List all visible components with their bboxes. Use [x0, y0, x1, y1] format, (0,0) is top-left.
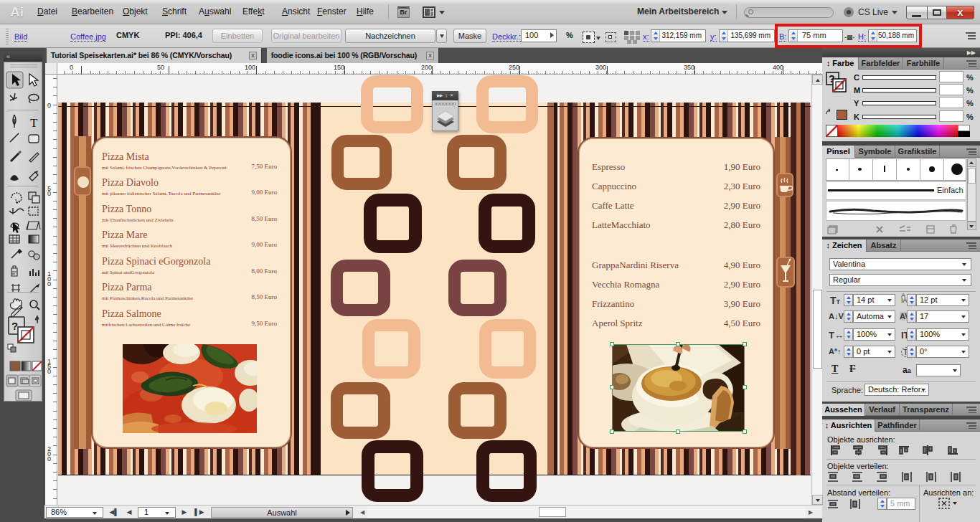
svg-text:T: T [30, 116, 38, 130]
svg-text:?: ? [11, 320, 18, 332]
